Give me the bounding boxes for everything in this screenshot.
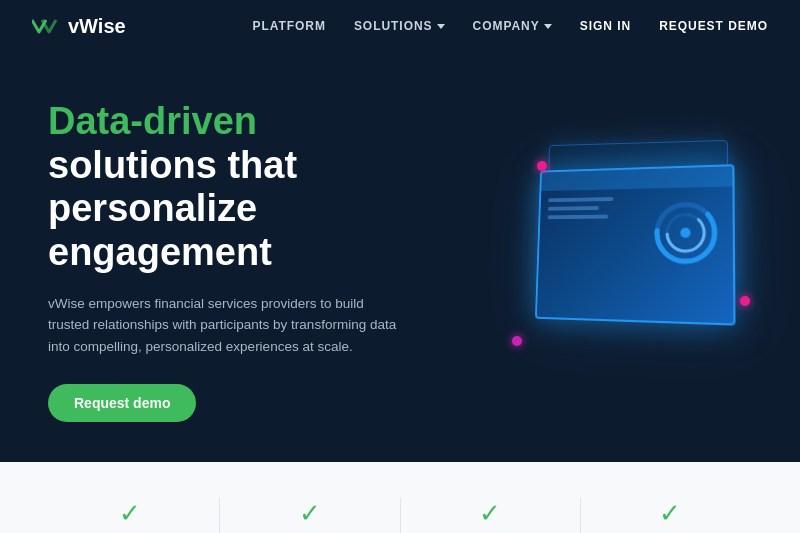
hero-content: Data-driven solutions that personalize e…: [48, 100, 400, 422]
hero-description: vWise empowers financial services provid…: [48, 293, 400, 358]
screen-main: [535, 164, 736, 325]
svg-point-4: [680, 227, 690, 237]
solutions-label: SOLUTIONS: [354, 19, 433, 33]
accent-dot-1: [537, 161, 547, 171]
logo[interactable]: vWise: [32, 15, 126, 38]
feature-item-optimize: ✓ Optimize Deepen engagement to improve …: [220, 498, 399, 533]
grid-line-1: [548, 197, 613, 202]
grid-line-2: [548, 206, 599, 211]
feature-item-connect: ✓ Connect Transform data to accelerate g…: [581, 498, 760, 533]
nav-company[interactable]: COMPANY: [473, 19, 552, 33]
hero-title-rest: solutions that personalize engagement: [48, 144, 297, 273]
check-icon-connect: ✓: [597, 498, 744, 529]
screen-gauge: [650, 197, 723, 269]
nav-platform[interactable]: PLATFORM: [252, 19, 325, 33]
company-chevron-icon: [544, 24, 552, 29]
check-icon-enroll: ✓: [56, 498, 203, 529]
nav-signin[interactable]: SIGN IN: [580, 19, 631, 33]
check-icon-adopt: ✓: [417, 498, 564, 529]
hero-title: Data-driven solutions that personalize e…: [48, 100, 400, 275]
hero-section: Data-driven solutions that personalize e…: [0, 52, 800, 462]
hero-3d-screen: [452, 156, 752, 366]
navbar: vWise PLATFORM SOLUTIONS COMPANY SIGN IN…: [0, 0, 800, 52]
feature-item-adopt: ✓ Adopt Increase product awareness and a…: [401, 498, 580, 533]
solutions-chevron-icon: [437, 24, 445, 29]
grid-line-3: [548, 214, 609, 219]
nav-links: PLATFORM SOLUTIONS COMPANY SIGN IN REQUE…: [252, 19, 768, 33]
nav-request-demo[interactable]: REQUEST DEMO: [659, 19, 768, 33]
nav-solutions[interactable]: SOLUTIONS: [354, 19, 445, 33]
features-section: ✓ Enroll Streamline plan enrollment and …: [0, 462, 800, 533]
accent-dot-2: [740, 296, 750, 306]
hero-visual: [400, 146, 752, 376]
hero-cta-button[interactable]: Request demo: [48, 384, 196, 422]
brand-name: vWise: [68, 15, 126, 38]
feature-item-enroll: ✓ Enroll Streamline plan enrollment and …: [40, 498, 219, 533]
check-icon-optimize: ✓: [236, 498, 383, 529]
hero-title-highlight: Data-driven: [48, 100, 257, 142]
accent-dot-3: [512, 336, 522, 346]
vwise-logo-icon: [32, 16, 60, 36]
company-label: COMPANY: [473, 19, 540, 33]
screen-grid: [547, 197, 623, 246]
